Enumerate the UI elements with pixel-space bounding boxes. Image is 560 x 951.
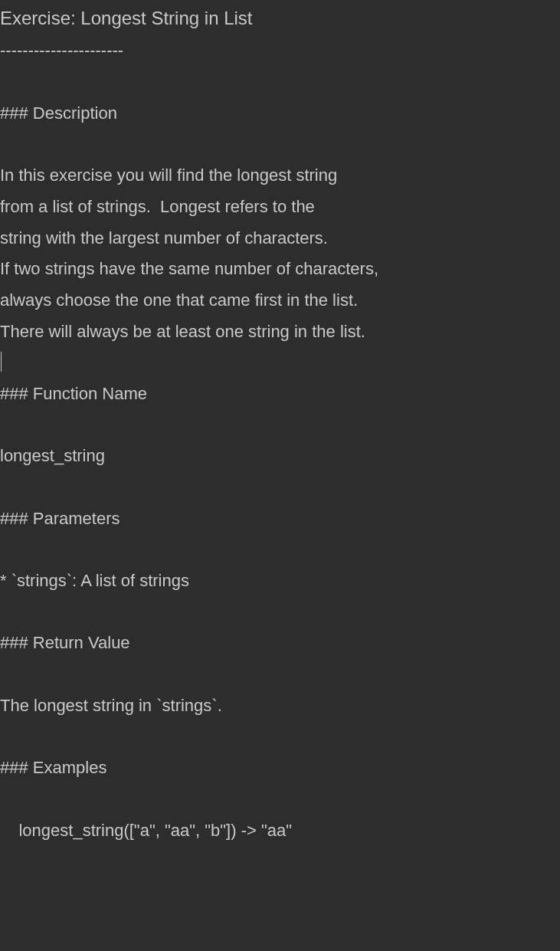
return-value-text: The longest string in `strings`. [0,690,560,722]
description-text: from a list of strings. Longest refers t… [0,192,560,223]
description-heading: ### Description [0,98,560,130]
description-text: In this exercise you will find the longe… [0,160,560,192]
cursor-line [0,347,560,379]
blank-line [0,472,560,503]
description-text: always choose the one that came first in… [0,285,560,316]
exercise-title: Exercise: Longest String in List [0,0,560,35]
function-name-value: longest_string [0,441,560,472]
function-name-heading: ### Function Name [0,379,560,410]
blank-line [0,784,560,815]
blank-line [0,410,560,441]
parameters-heading: ### Parameters [0,503,560,535]
blank-line [0,659,560,690]
description-text: string with the largest number of charac… [0,223,560,254]
blank-line [0,722,560,753]
text-cursor [1,352,2,372]
example-code: longest_string(["a", "aa", "b"]) -> "aa" [0,815,560,847]
blank-line [0,67,560,98]
blank-line [0,597,560,628]
description-text: There will always be at least one string… [0,316,560,348]
blank-line [0,534,560,566]
description-text: If two strings have the same number of c… [0,254,560,285]
examples-heading: ### Examples [0,753,560,784]
return-value-heading: ### Return Value [0,628,560,659]
document-content: Exercise: Longest String in List -------… [0,0,560,846]
parameter-item: * `strings`: A list of strings [0,566,560,597]
title-underline: ---------------------- [0,35,560,67]
blank-line [0,129,560,160]
